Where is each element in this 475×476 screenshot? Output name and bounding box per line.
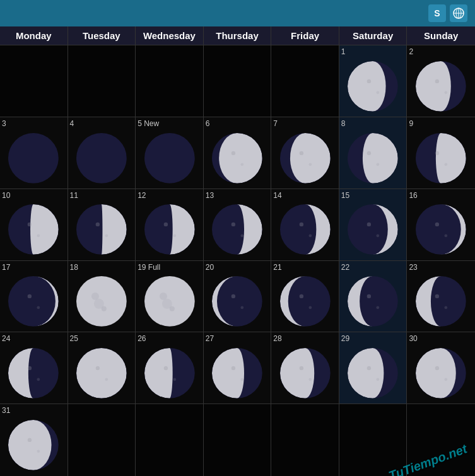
svg-point-41 [163, 223, 167, 226]
svg-point-82 [377, 306, 380, 310]
day-number-11: 11 [70, 191, 78, 200]
svg-point-34 [37, 235, 40, 238]
day-number-22: 22 [341, 263, 349, 272]
day-number-15: 15 [341, 191, 349, 200]
calendar-cell-empty-0 [0, 45, 68, 117]
day-number-4: 4 [70, 119, 74, 128]
svg-point-73 [232, 294, 235, 298]
calendar-cell-13: 13 [204, 189, 272, 260]
day-header-sunday: Sunday [407, 26, 475, 45]
day-number-20: 20 [206, 263, 214, 272]
svg-point-64 [91, 293, 99, 300]
svg-point-114 [445, 378, 448, 381]
svg-point-13 [76, 133, 127, 183]
calendar-cell-11: 11 [68, 189, 136, 260]
svg-point-98 [173, 378, 176, 381]
moon-21 [273, 273, 337, 330]
day-headers: MondayTuesdayWednesdayThursdayFridaySatu… [0, 26, 475, 45]
calendar: MondayTuesdayWednesdayThursdayFridaySatu… [0, 26, 475, 476]
moon-23 [409, 273, 473, 330]
svg-point-61 [28, 294, 32, 298]
svg-point-30 [445, 163, 448, 166]
svg-point-118 [37, 450, 40, 453]
svg-point-21 [299, 151, 303, 154]
title-icons: S [428, 4, 467, 22]
moon-25 [70, 345, 134, 402]
moon-24 [2, 345, 66, 402]
calendar-cell-29: 29 [339, 332, 408, 403]
svg-point-6 [367, 79, 371, 83]
calendar-row-4: 24 25 26 [0, 332, 475, 404]
calendar-cell-10: 10 [0, 189, 68, 260]
day-number-1: 1 [341, 47, 346, 56]
calendar-cell-2: 2 [407, 45, 475, 117]
calendar-cell-empty-37 [136, 404, 204, 476]
day-number-26: 26 [138, 334, 146, 343]
calendar-cell-31: 31 [0, 404, 68, 476]
calendar-row-3: 17 18 19 Full 20 [0, 261, 475, 333]
moon-27 [206, 345, 269, 402]
calendar-cell-18: 18 [68, 261, 136, 332]
title-bar: S [0, 0, 475, 26]
moon-18 [70, 273, 134, 330]
day-number-16: 16 [409, 191, 417, 200]
calendar-cell-3: 3 [0, 117, 68, 189]
svg-point-7 [377, 91, 380, 94]
calendar-cell-21: 21 [271, 261, 339, 332]
svg-point-46 [241, 235, 244, 238]
day-number-23: 23 [409, 263, 417, 272]
day-number-17: 17 [2, 263, 10, 272]
svg-point-37 [96, 223, 100, 226]
svg-point-113 [435, 366, 439, 370]
moon-28 [273, 345, 337, 402]
moon-4 [70, 129, 134, 186]
moon-12 [138, 201, 201, 258]
moon-11 [70, 201, 134, 258]
svg-point-85 [435, 294, 439, 298]
moon-15 [341, 201, 405, 258]
calendar-cell-22: 22 [339, 261, 408, 332]
calendar-cell-empty-1 [68, 45, 136, 117]
moon-26 [138, 345, 201, 402]
calendar-row-1: 3 4 5 New 6 7 [0, 117, 475, 189]
globe-icon[interactable] [450, 4, 467, 22]
moon-2 [409, 57, 473, 114]
calendar-cell-1: 1 [339, 45, 408, 117]
calendar-cell-9: 9 [407, 117, 475, 189]
svg-point-26 [377, 163, 380, 166]
day-number-19: 19 Full [138, 263, 160, 272]
day-number-21: 21 [273, 263, 281, 272]
day-number-12: 12 [138, 191, 146, 200]
svg-point-97 [163, 366, 167, 370]
moon-20 [206, 273, 269, 330]
calendar-cell-empty-38 [204, 404, 272, 476]
calendar-cell-27: 27 [204, 332, 272, 403]
s-icon[interactable]: S [428, 4, 446, 22]
moon-10 [2, 201, 66, 258]
calendar-cell-23: 23 [407, 261, 475, 332]
calendar-cell-5: 5 New [136, 117, 204, 189]
svg-point-22 [308, 163, 312, 166]
calendar-cell-15: 15 [339, 189, 408, 260]
svg-point-33 [28, 223, 32, 226]
calendar-cell-empty-2 [136, 45, 204, 117]
day-number-2: 2 [409, 47, 413, 56]
svg-point-86 [445, 306, 448, 310]
svg-point-74 [241, 306, 244, 310]
svg-point-12 [8, 133, 59, 183]
svg-point-105 [299, 366, 303, 370]
calendar-row-2: 10 11 12 [0, 189, 475, 261]
svg-point-68 [159, 293, 167, 300]
svg-point-93 [96, 366, 100, 370]
calendar-cell-4: 4 [68, 117, 136, 189]
calendar-cell-26: 26 [136, 332, 204, 403]
moon-7 [273, 129, 337, 186]
day-number-8: 8 [341, 119, 346, 128]
moon-30 [409, 345, 473, 402]
calendar-row-0: 1 2 [0, 45, 475, 117]
moon-8 [341, 129, 405, 186]
svg-point-102 [241, 378, 244, 381]
calendar-cell-28: 28 [271, 332, 339, 403]
svg-point-78 [308, 306, 312, 310]
svg-point-66 [94, 299, 104, 309]
